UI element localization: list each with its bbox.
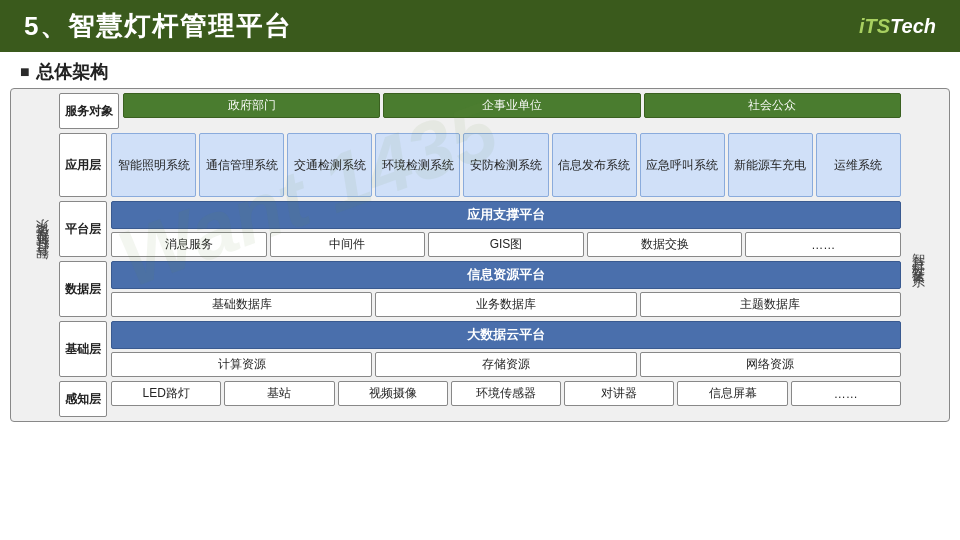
data-items: 基础数据库 业务数据库 主题数据库	[111, 292, 901, 317]
infra-item-2: 网络资源	[640, 352, 901, 377]
sense-item-6: ……	[791, 381, 901, 406]
infra-item-0: 计算资源	[111, 352, 372, 377]
service-row: 服务对象 政府部门 企事业单位 社会公众	[59, 93, 901, 129]
app-row: 应用层 智能照明系统 通信管理系统 交通检测系统 环境检测系统 安防检测系统 信…	[59, 133, 901, 197]
sense-items: LED路灯 基站 视频摄像 环境传感器 对讲器 信息屏幕 ……	[111, 381, 901, 406]
data-bar: 信息资源平台	[111, 261, 901, 289]
service-item-0: 政府部门	[123, 93, 380, 118]
app-item-3: 环境检测系统	[375, 133, 460, 197]
platform-content: 应用支撑平台 消息服务 中间件 GIS图 数据交换 ……	[111, 201, 901, 257]
app-items: 智能照明系统 通信管理系统 交通检测系统 环境检测系统 安防检测系统 信息发布系…	[111, 133, 901, 197]
sense-item-3: 环境传感器	[451, 381, 561, 406]
platform-bar: 应用支撑平台	[111, 201, 901, 229]
right-side-label: 智慧灯杆安全体系	[907, 89, 929, 421]
platform-item-1: 中间件	[270, 232, 426, 257]
data-label: 数据层	[59, 261, 107, 317]
section-title: 总体架构	[0, 52, 960, 88]
platform-item-0: 消息服务	[111, 232, 267, 257]
infra-bar: 大数据云平台	[111, 321, 901, 349]
platform-row: 平台层 应用支撑平台 消息服务 中间件 GIS图 数据交换 ……	[59, 201, 901, 257]
header: 5、智慧灯杆管理平台 iTSTech	[0, 0, 960, 52]
sense-item-5: 信息屏幕	[677, 381, 787, 406]
service-items: 政府部门 企事业单位 社会公众	[123, 93, 901, 118]
platform-items: 消息服务 中间件 GIS图 数据交换 ……	[111, 232, 901, 257]
data-item-2: 主题数据库	[640, 292, 901, 317]
data-content: 信息资源平台 基础数据库 业务数据库 主题数据库	[111, 261, 901, 317]
service-item-1: 企事业单位	[383, 93, 640, 118]
architecture-frame: 智慧灯杆标准规范体系 服务对象 政府部门 企事业单位 社会公众 应用层	[10, 88, 950, 422]
app-item-5: 信息发布系统	[552, 133, 637, 197]
sense-item-1: 基站	[224, 381, 334, 406]
data-item-1: 业务数据库	[375, 292, 636, 317]
data-item-0: 基础数据库	[111, 292, 372, 317]
app-item-6: 应急呼叫系统	[640, 133, 725, 197]
main-content: 智慧灯杆标准规范体系 服务对象 政府部门 企事业单位 社会公众 应用层	[0, 88, 960, 426]
infra-items: 计算资源 存储资源 网络资源	[111, 352, 901, 377]
app-content: 智能照明系统 通信管理系统 交通检测系统 环境检测系统 安防检测系统 信息发布系…	[111, 133, 901, 197]
app-item-7: 新能源车充电	[728, 133, 813, 197]
infra-item-1: 存储资源	[375, 352, 636, 377]
app-item-4: 安防检测系统	[463, 133, 548, 197]
platform-label: 平台层	[59, 201, 107, 257]
service-content: 政府部门 企事业单位 社会公众	[123, 93, 901, 129]
page-title: 5、智慧灯杆管理平台	[24, 9, 292, 44]
sense-item-2: 视频摄像	[338, 381, 448, 406]
sense-item-4: 对讲器	[564, 381, 674, 406]
inner-content: 服务对象 政府部门 企事业单位 社会公众 应用层 智能照明系统 通信管理系统	[53, 89, 907, 421]
app-item-1: 通信管理系统	[199, 133, 284, 197]
platform-item-4: ……	[745, 232, 901, 257]
left-side-label: 智慧灯杆标准规范体系	[31, 89, 53, 421]
sense-item-0: LED路灯	[111, 381, 221, 406]
sense-label: 感知层	[59, 381, 107, 417]
infra-content: 大数据云平台 计算资源 存储资源 网络资源	[111, 321, 901, 377]
app-label: 应用层	[59, 133, 107, 197]
data-row: 数据层 信息资源平台 基础数据库 业务数据库 主题数据库	[59, 261, 901, 317]
sense-content: LED路灯 基站 视频摄像 环境传感器 对讲器 信息屏幕 ……	[111, 381, 901, 417]
infra-row: 基础层 大数据云平台 计算资源 存储资源 网络资源	[59, 321, 901, 377]
platform-item-3: 数据交换	[587, 232, 743, 257]
service-label: 服务对象	[59, 93, 119, 129]
app-item-8: 运维系统	[816, 133, 901, 197]
infra-label: 基础层	[59, 321, 107, 377]
logo: iTSTech	[859, 15, 936, 38]
sense-row: 感知层 LED路灯 基站 视频摄像 环境传感器 对讲器 信息屏幕 ……	[59, 381, 901, 417]
service-item-2: 社会公众	[644, 93, 901, 118]
app-item-0: 智能照明系统	[111, 133, 196, 197]
app-item-2: 交通检测系统	[287, 133, 372, 197]
platform-item-2: GIS图	[428, 232, 584, 257]
